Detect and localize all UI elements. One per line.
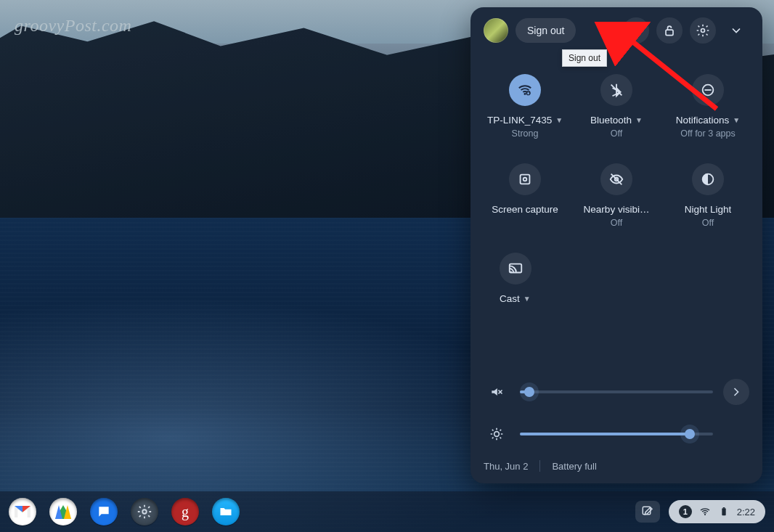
svg-point-17 [494,432,500,437]
svg-rect-8 [521,175,530,184]
groovypost-app[interactable]: g [171,498,199,525]
cast-icon [508,261,524,277]
sliders-section [484,367,749,447]
wifi-icon [517,82,533,98]
wifi-tile: TP-LINK_7435▼ Strong [484,74,566,139]
quick-tiles-grid: TP-LINK_7435▼ Strong Bluetooth▼ Off Noti… [484,74,749,304]
cast-label[interactable]: Cast▼ [500,293,531,304]
svg-rect-21 [722,508,725,515]
notifications-tile: Notifications▼ Off for 3 apps [667,74,749,139]
volume-slider[interactable] [520,390,713,393]
folder-icon [219,504,233,519]
brightness-row [484,421,749,447]
caret-icon: ▼ [524,295,531,303]
volume-row [484,379,749,405]
brightness-icon [489,427,504,441]
svg-point-14 [510,271,511,272]
files-app[interactable] [212,498,240,525]
settings-app[interactable] [131,498,158,525]
power-button[interactable] [623,17,649,44]
notifications-sub: Off for 3 apps [680,128,736,139]
battery-status-icon [718,506,730,517]
chat-icon [97,504,111,519]
volume-mute-button[interactable] [484,379,510,405]
night-tile: Night Light Off [667,163,749,228]
bluetooth-label[interactable]: Bluetooth▼ [590,115,643,126]
sign-out-tooltip: Sign out [562,49,607,67]
notification-count: 1 [679,505,692,518]
gmail-app[interactable] [9,498,36,525]
status-area[interactable]: 1 2:22 [669,500,765,523]
sign-out-label: Sign out [527,25,564,36]
watermark-text: groovyPost.com [15,16,131,36]
notifications-label[interactable]: Notifications▼ [676,115,740,126]
svg-point-18 [142,510,147,514]
stylus-icon [641,505,654,518]
wifi-status-icon [699,506,711,517]
shelf-right: 1 2:22 [635,500,765,523]
nearby-label: Nearby visibi… [584,204,650,215]
screen-capture-icon [517,171,533,187]
wifi-label[interactable]: TP-LINK_7435▼ [487,115,563,126]
panel-header: Sign out Sign out [484,17,749,44]
shelf-apps: g [9,498,240,525]
bluetooth-tile: Bluetooth▼ Off [575,74,658,139]
collapse-button[interactable] [723,17,749,44]
drive-app[interactable] [49,498,77,525]
audio-settings-button[interactable] [723,379,749,405]
notifications-toggle[interactable] [692,74,724,106]
stylus-tools[interactable] [635,501,660,523]
gear-icon [137,504,152,520]
capture-button[interactable] [509,163,541,195]
chevron-right-icon [729,385,744,399]
mouse-cursor [607,39,620,52]
lock-icon [662,23,677,38]
svg-point-9 [524,178,527,181]
brightness-slider[interactable] [520,433,713,435]
messages-app[interactable] [90,498,118,525]
gear-icon [696,23,710,38]
nearby-sub: Off [611,218,622,228]
cast-tile: Cast▼ [484,253,566,304]
caret-icon: ▼ [555,116,563,124]
bluetooth-sub: Off [611,128,622,139]
svg-point-2 [524,93,526,95]
footer-battery[interactable]: Battery full [552,461,596,472]
capture-tile: Screen capture [484,163,566,228]
svg-rect-22 [722,507,725,508]
sign-out-button[interactable]: Sign out [516,18,576,43]
caret-icon: ▼ [635,116,643,124]
volume-off-icon [489,385,504,399]
wifi-sub: Strong [512,128,539,139]
quick-settings-panel: Sign out Sign out TP-LINK_7435▼ Strong [470,7,762,483]
nearby-toggle[interactable] [600,163,632,195]
dnd-icon [700,82,716,98]
svg-point-20 [704,514,706,515]
avatar[interactable] [484,18,508,43]
bluetooth-off-icon [608,82,624,98]
bluetooth-toggle[interactable] [600,74,632,106]
night-light-icon [700,171,716,187]
caret-icon: ▼ [733,116,740,124]
night-label: Night Light [685,204,732,215]
settings-button[interactable] [690,17,716,44]
capture-label: Screen capture [492,204,558,215]
panel-footer: Thu, Jun 2 Battery full [484,460,749,472]
night-toggle[interactable] [692,163,724,195]
wifi-toggle[interactable] [509,74,541,106]
nearby-tile: Nearby visibi… Off [575,163,658,228]
svg-point-1 [701,29,705,33]
brightness-icon-button[interactable] [484,421,510,447]
shelf: g 1 2:22 [0,491,774,532]
footer-date[interactable]: Thu, Jun 2 [484,461,528,472]
lock-button[interactable] [656,17,683,44]
night-sub: Off [702,218,714,228]
svg-rect-0 [666,30,673,35]
divider [539,460,540,472]
power-icon [629,23,643,38]
visibility-off-icon [608,171,624,187]
svg-rect-4 [527,93,529,94]
cast-button[interactable] [500,253,531,285]
chevron-down-icon [729,23,744,38]
clock: 2:22 [737,507,755,517]
